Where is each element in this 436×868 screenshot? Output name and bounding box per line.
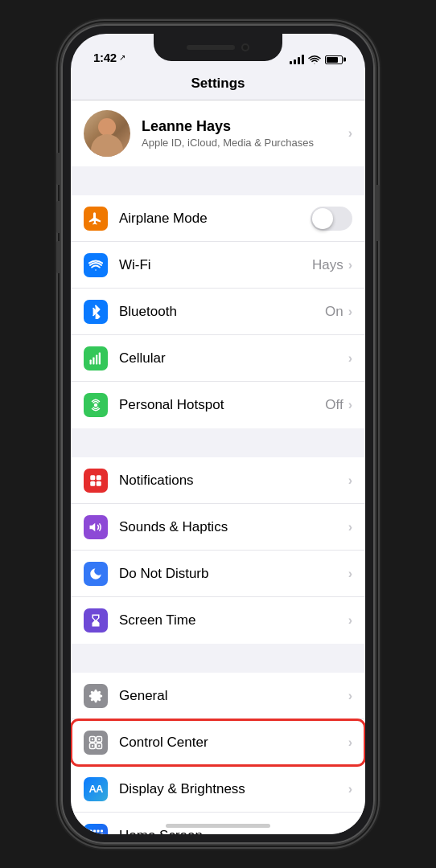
general-label: General — [119, 688, 348, 704]
status-icons — [290, 55, 343, 64]
airplane-mode-icon-wrapper — [84, 207, 108, 231]
svg-rect-20 — [101, 830, 103, 833]
home-screen-icon-wrapper — [84, 824, 108, 834]
svg-rect-0 — [90, 359, 92, 364]
cellular-row[interactable]: Cellular › — [71, 335, 365, 382]
general-group: General › — [71, 673, 365, 834]
hotspot-row[interactable]: Personal Hotspot Off › — [71, 382, 365, 428]
content-scroll[interactable]: Settings Leanne Hays Apple ID, iCloud, M… — [71, 69, 365, 834]
display-row[interactable]: AA Display & Brightness › — [71, 766, 365, 813]
svg-rect-21 — [90, 833, 93, 834]
moon-icon — [88, 567, 103, 581]
notifications-row[interactable]: Notifications › — [71, 457, 365, 504]
control-center-row[interactable]: Control Center › — [71, 719, 365, 766]
bluetooth-value: On — [325, 304, 343, 320]
general-icon-wrapper — [84, 684, 108, 708]
screen: 1:42 ↗ — [71, 34, 365, 834]
dnd-icon-wrapper — [84, 562, 108, 586]
sounds-chevron: › — [348, 520, 352, 534]
cellular-icon — [88, 351, 103, 366]
airplane-mode-label: Airplane Mode — [119, 211, 311, 227]
avatar — [84, 110, 130, 157]
speaker — [187, 45, 235, 50]
svg-rect-8 — [97, 481, 101, 485]
bluetooth-icon-wrapper — [84, 300, 108, 324]
airplane-mode-toggle[interactable] — [311, 207, 352, 231]
notifications-icon-wrapper — [84, 469, 108, 493]
sounds-label: Sounds & Haptics — [119, 519, 348, 535]
page-title: Settings — [191, 76, 245, 91]
cellular-icon-wrapper — [84, 346, 108, 371]
sounds-row[interactable]: Sounds & Haptics › — [71, 504, 365, 551]
page-header: Settings — [71, 69, 365, 100]
wifi-icon — [88, 258, 103, 272]
svg-point-15 — [92, 745, 93, 747]
svg-point-4 — [94, 403, 98, 407]
svg-rect-24 — [101, 833, 103, 834]
dnd-row[interactable]: Do Not Disturb › — [71, 551, 365, 597]
gear-icon — [88, 689, 103, 703]
svg-rect-6 — [97, 475, 101, 480]
svg-point-14 — [98, 738, 100, 739]
wifi-row[interactable]: Wi-Fi Hays › — [71, 242, 365, 289]
hotspot-chevron: › — [348, 398, 352, 412]
svg-point-13 — [92, 738, 93, 739]
hotspot-icon — [88, 398, 103, 412]
display-label: Display & Brightness — [119, 781, 348, 797]
general-row[interactable]: General › — [71, 673, 365, 719]
cellular-label: Cellular — [119, 350, 348, 366]
svg-rect-23 — [97, 833, 100, 834]
wifi-chevron: › — [348, 258, 352, 272]
control-center-icon-wrapper — [84, 731, 108, 755]
controls-icon — [88, 735, 103, 750]
notch — [154, 34, 282, 61]
svg-rect-7 — [90, 481, 95, 485]
hotspot-value: Off — [325, 397, 343, 413]
svg-rect-5 — [90, 475, 95, 480]
status-time: 1:42 — [93, 51, 117, 64]
home-screen-label: Home Screen — [119, 828, 348, 834]
wifi-icon-wrapper — [84, 253, 108, 277]
location-icon: ↗ — [119, 53, 125, 62]
dnd-label: Do Not Disturb — [119, 566, 348, 582]
svg-rect-18 — [93, 830, 96, 833]
home-screen-chevron: › — [348, 829, 352, 834]
camera — [241, 43, 249, 51]
profile-section: Leanne Hays Apple ID, iCloud, Media & Pu… — [71, 100, 365, 166]
battery-icon — [325, 55, 343, 64]
screen-time-chevron: › — [348, 613, 352, 628]
hotspot-icon-wrapper — [84, 393, 108, 417]
profile-name: Leanne Hays — [142, 118, 348, 135]
bluetooth-chevron: › — [348, 305, 352, 319]
sounds-icon-wrapper — [84, 515, 108, 539]
dnd-chevron: › — [348, 567, 352, 581]
screen-time-row[interactable]: Screen Time › — [71, 597, 365, 644]
cellular-chevron: › — [348, 351, 352, 366]
wifi-value: Hays — [312, 257, 343, 273]
display-icon-wrapper: AA — [84, 777, 108, 801]
section-gap-2 — [71, 428, 365, 457]
airplane-icon — [88, 211, 103, 226]
hourglass-icon — [88, 613, 103, 628]
airplane-mode-row[interactable]: Airplane Mode — [71, 195, 365, 242]
bluetooth-label: Bluetooth — [119, 304, 325, 320]
display-chevron: › — [348, 782, 352, 796]
svg-rect-3 — [99, 352, 101, 364]
screen-time-icon-wrapper — [84, 608, 108, 633]
bluetooth-row[interactable]: Bluetooth On › — [71, 289, 365, 335]
wifi-label: Wi-Fi — [119, 257, 312, 273]
hotspot-label: Personal Hotspot — [119, 397, 325, 413]
signal-icon — [290, 55, 304, 64]
profile-row[interactable]: Leanne Hays Apple ID, iCloud, Media & Pu… — [71, 100, 365, 166]
control-center-chevron: › — [348, 735, 352, 750]
wifi-status-icon — [308, 55, 321, 64]
svg-rect-17 — [90, 830, 93, 833]
svg-rect-1 — [93, 357, 94, 364]
section-gap-3 — [71, 644, 365, 673]
sounds-icon — [88, 520, 103, 534]
notifications-chevron: › — [348, 473, 352, 488]
connectivity-group: Airplane Mode Wi-Fi — [71, 195, 365, 428]
screen-time-label: Screen Time — [119, 612, 348, 628]
notifications-icon — [88, 473, 103, 488]
notifications-label: Notifications — [119, 473, 348, 489]
